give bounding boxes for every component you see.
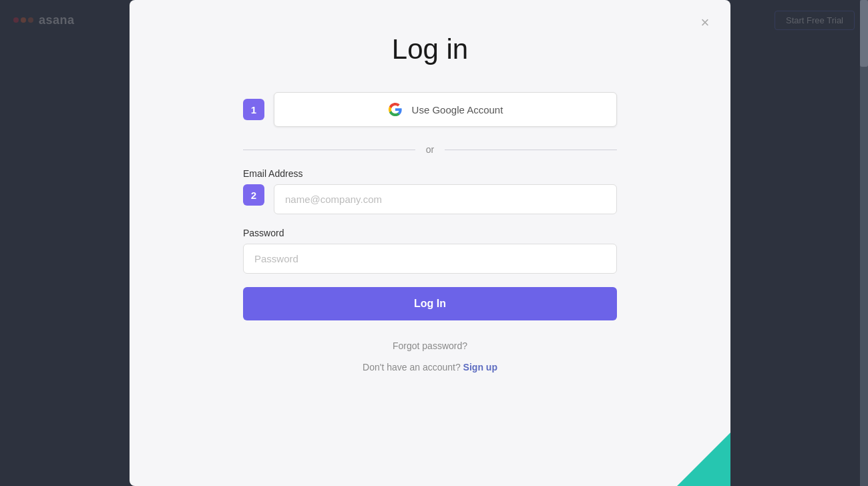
scrollbar-thumb[interactable]	[860, 0, 868, 67]
signup-text: Don't have an account? Sign up	[243, 362, 617, 373]
google-login-button[interactable]: Use Google Account	[274, 92, 617, 127]
password-field-group: Password	[243, 228, 617, 274]
email-step-row: 2	[243, 184, 617, 214]
modal-title: Log in	[392, 33, 468, 65]
teal-corner-decoration	[677, 433, 730, 486]
divider-line-right	[445, 150, 617, 150]
or-divider: or	[243, 144, 617, 155]
close-icon: ×	[701, 15, 710, 30]
google-button-label: Use Google Account	[412, 104, 503, 115]
modal-overlay: × Log in 1 Use Google Account	[0, 0, 860, 486]
password-input[interactable]	[243, 244, 617, 274]
modal-close-button[interactable]: ×	[694, 12, 716, 33]
step-1-badge: 1	[243, 99, 264, 120]
no-account-text: Don't have an account?	[363, 362, 461, 373]
google-icon	[388, 102, 403, 117]
google-step-row: 1 Use Google Account	[243, 92, 617, 127]
login-modal: × Log in 1 Use Google Account	[130, 0, 730, 486]
signup-link[interactable]: Sign up	[463, 362, 497, 373]
step-2-badge: 2	[243, 184, 264, 206]
forgot-password-link[interactable]: Forgot password?	[243, 340, 617, 351]
email-label: Email Address	[243, 168, 617, 179]
email-input[interactable]	[274, 184, 617, 214]
login-button[interactable]: Log In	[243, 287, 617, 320]
divider-text: or	[426, 144, 434, 155]
divider-line-left	[243, 150, 415, 150]
scrollbar[interactable]	[860, 0, 868, 486]
login-form: 1 Use Google Account or	[243, 92, 617, 373]
password-label: Password	[243, 228, 617, 238]
email-field-group: Email Address 2	[243, 168, 617, 214]
